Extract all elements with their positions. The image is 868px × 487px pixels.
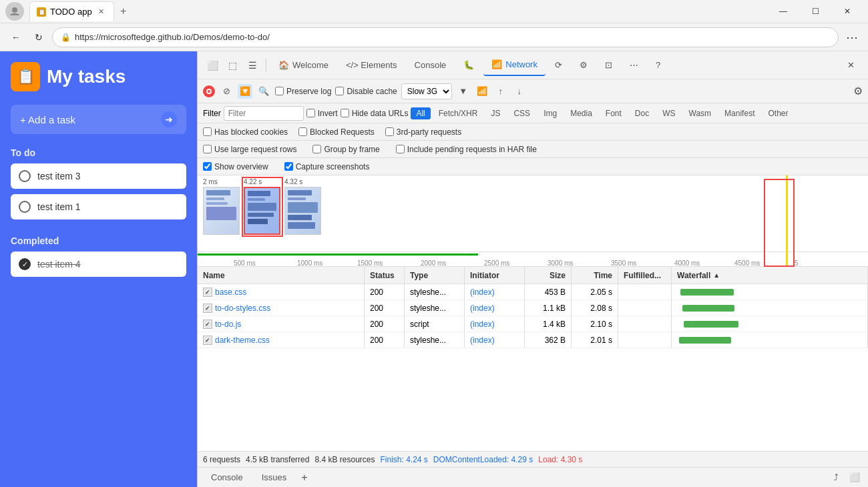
tab-welcome[interactable]: 🏠 Welcome: [270, 55, 337, 76]
refresh-button[interactable]: ↻: [29, 28, 48, 47]
col-header-name[interactable]: Name: [198, 267, 365, 284]
tab-network[interactable]: 📶 Network: [483, 55, 546, 76]
third-party-label[interactable]: 3rd-party requests: [385, 127, 461, 137]
row-initiator-3: (index): [465, 332, 525, 348]
task-checkbox-1[interactable]: [19, 201, 31, 213]
table-row[interactable]: ✓ dark-theme.css 200 styleshe... (index)…: [198, 332, 868, 348]
blocked-requests-checkbox[interactable]: [298, 127, 307, 136]
hide-data-urls-checkbox[interactable]: [341, 109, 349, 117]
maximize-button[interactable]: ☐: [800, 1, 831, 21]
dock-icon[interactable]: ⬜: [847, 470, 863, 486]
inspect-icon[interactable]: ⬚: [223, 56, 242, 75]
task-checkbox-3[interactable]: [19, 170, 31, 182]
row-size-0: 453 B: [525, 284, 572, 300]
table-row[interactable]: ✓ base.css 200 styleshe... (index) 453 B…: [198, 284, 868, 300]
throttle-dropdown-icon[interactable]: ▼: [456, 84, 471, 99]
preserve-log-label[interactable]: Preserve log: [275, 87, 331, 96]
filter-tag-fetch-xhr[interactable]: Fetch/XHR: [433, 107, 483, 119]
close-button[interactable]: ✕: [832, 1, 863, 21]
col-header-type[interactable]: Type: [405, 267, 465, 284]
filter-tag-doc[interactable]: Doc: [630, 107, 654, 119]
tab-close-button[interactable]: ✕: [96, 7, 107, 17]
third-party-checkbox[interactable]: [385, 127, 394, 136]
filter-tag-img[interactable]: Img: [538, 107, 562, 119]
include-pending-label[interactable]: Include pending requests in HAR file: [396, 145, 537, 154]
tab-console[interactable]: Console: [407, 55, 455, 76]
tab-settings-gear[interactable]: ⚙: [572, 55, 596, 76]
task-item-1[interactable]: test item 1: [11, 194, 186, 219]
tab-elements[interactable]: </> Elements: [338, 55, 405, 76]
table-row[interactable]: ✓ to-do-styles.css 200 styleshe... (inde…: [198, 300, 868, 316]
browser-more-button[interactable]: ⋯: [843, 28, 861, 47]
browser-tab[interactable]: 📋 TODO app ✕: [29, 1, 114, 21]
col-header-waterfall[interactable]: Waterfall ▲: [672, 267, 868, 284]
invert-checkbox[interactable]: [306, 109, 315, 117]
invert-filter-label[interactable]: Invert: [306, 109, 338, 118]
search-network-button[interactable]: 🔍: [256, 84, 271, 99]
large-rows-checkbox[interactable]: [203, 145, 212, 153]
devtools-help-button[interactable]: ?: [648, 55, 668, 76]
url-bar[interactable]: 🔒 https://microsoftedge.github.io/Demos/…: [52, 27, 839, 47]
clear-button[interactable]: ⊘: [219, 84, 234, 99]
capture-screenshots-label[interactable]: Capture screenshots: [284, 162, 370, 171]
table-row[interactable]: ✓ to-do.js 200 script (index) 1.4 kB 2.1…: [198, 316, 868, 332]
disable-cache-checkbox[interactable]: [335, 87, 344, 95]
filter-input[interactable]: [224, 106, 304, 121]
network-settings-icon[interactable]: ⚙: [853, 85, 863, 97]
filter-tag-media[interactable]: Media: [565, 107, 598, 119]
show-overview-label[interactable]: Show overview: [203, 162, 268, 171]
device-toggle-icon[interactable]: ⬜: [203, 56, 222, 75]
include-pending-checkbox[interactable]: [396, 145, 405, 153]
tab-debugger[interactable]: 🐛: [455, 55, 482, 76]
add-task-button[interactable]: + Add a task ➜: [11, 105, 186, 134]
network-icon-1[interactable]: 📶: [475, 84, 489, 99]
has-blocked-cookies-label[interactable]: Has blocked cookies: [203, 127, 288, 137]
completed-item-4[interactable]: ✓ test item 4: [11, 252, 186, 277]
devtools-close-button[interactable]: ✕: [839, 55, 863, 76]
filter-tag-wasm[interactable]: Wasm: [684, 107, 717, 119]
record-button[interactable]: [203, 85, 215, 97]
blocked-requests-label[interactable]: Blocked Requests: [298, 127, 375, 137]
group-by-frame-label[interactable]: Group by frame: [312, 145, 379, 154]
filter-tag-js[interactable]: JS: [485, 107, 505, 119]
undock-icon[interactable]: ⤴: [828, 470, 844, 486]
task-item-3[interactable]: test item 3: [11, 163, 186, 189]
hide-data-urls-label[interactable]: Hide data URLs: [341, 109, 409, 118]
throttle-select[interactable]: Slow 3G: [401, 83, 452, 99]
profile-icon[interactable]: [5, 2, 24, 21]
devtools-more-button[interactable]: ⋯: [622, 55, 646, 76]
group-by-frame-checkbox[interactable]: [312, 145, 321, 153]
filter-tag-ws[interactable]: WS: [657, 107, 680, 119]
filter-tag-manifest[interactable]: Manifest: [719, 107, 760, 119]
col-header-time[interactable]: Time: [572, 267, 618, 284]
filter-tag-css[interactable]: CSS: [508, 107, 535, 119]
tab-performance[interactable]: ⟳: [547, 55, 570, 76]
main-content: 📋 My tasks + Add a task ➜ To do test ite…: [0, 51, 868, 487]
tab-screen-split[interactable]: ⊡: [597, 55, 620, 76]
preserve-log-checkbox[interactable]: [275, 87, 284, 95]
large-rows-label[interactable]: Use large request rows: [203, 145, 296, 154]
bottom-right-controls: ⤴ ⬜: [828, 470, 863, 486]
col-header-initiator[interactable]: Initiator: [465, 267, 525, 284]
add-panel-button[interactable]: +: [297, 472, 311, 484]
console-drawer-icon[interactable]: ☰: [243, 56, 262, 75]
back-button[interactable]: ←: [7, 28, 25, 47]
disable-cache-label[interactable]: Disable cache: [335, 87, 397, 96]
filter-requests-button[interactable]: 🔽: [238, 84, 252, 99]
has-blocked-cookies-checkbox[interactable]: [203, 127, 212, 136]
new-tab-button[interactable]: +: [114, 2, 133, 21]
filter-tag-other[interactable]: Other: [763, 107, 793, 119]
capture-screenshots-checkbox[interactable]: [284, 162, 293, 171]
export-har-icon[interactable]: ↓: [512, 84, 527, 99]
filter-tag-all[interactable]: All: [411, 107, 430, 119]
filter-tag-font[interactable]: Font: [600, 107, 627, 119]
col-header-fulfilled[interactable]: Fulfilled...: [618, 267, 672, 284]
show-overview-checkbox[interactable]: [203, 162, 212, 171]
bottom-tab-console[interactable]: Console: [203, 470, 251, 485]
col-header-size[interactable]: Size: [525, 267, 572, 284]
import-har-icon[interactable]: ↑: [493, 84, 508, 99]
col-header-status[interactable]: Status: [365, 267, 405, 284]
bottom-tab-issues[interactable]: Issues: [254, 470, 295, 485]
minimize-button[interactable]: —: [768, 1, 799, 21]
lock-icon: 🔒: [61, 33, 71, 42]
